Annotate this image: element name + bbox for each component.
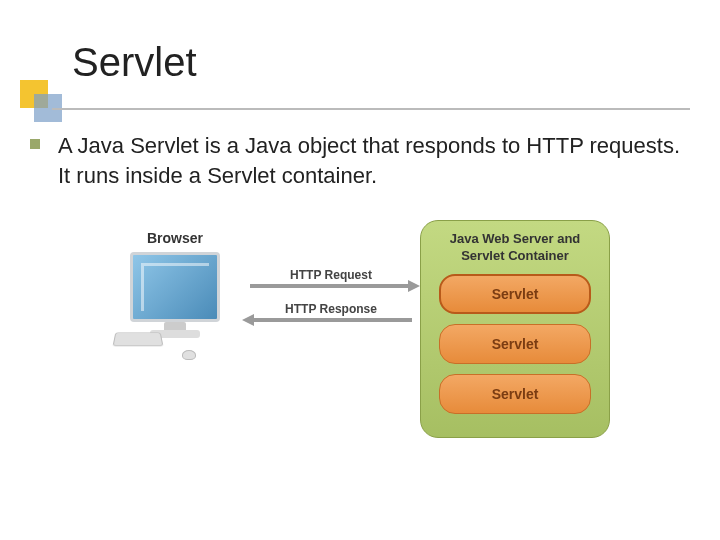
browser-block: Browser <box>110 230 240 342</box>
architecture-diagram: Browser HTTP Request HTTP Response <box>100 220 610 440</box>
arrow-right-icon <box>250 284 412 288</box>
servlet-box: Servlet <box>439 374 591 414</box>
title-underline <box>52 108 690 110</box>
http-response-label: HTTP Response <box>242 302 420 316</box>
browser-label: Browser <box>110 230 240 246</box>
mouse-icon <box>182 350 196 360</box>
arrow-left-icon <box>250 318 412 322</box>
slide-title: Servlet <box>72 40 720 91</box>
http-request-label: HTTP Request <box>242 268 420 282</box>
server-label: Java Web Server and Servlet Container <box>433 231 597 264</box>
servlet-box: Servlet <box>439 274 591 314</box>
server-container: Java Web Server and Servlet Container Se… <box>420 220 610 438</box>
bullet-square-icon <box>30 139 40 149</box>
http-arrows: HTTP Request HTTP Response <box>242 268 420 336</box>
keyboard-icon <box>113 333 164 347</box>
bullet-text: A Java Servlet is a Java object that res… <box>58 131 680 190</box>
computer-icon <box>120 252 230 342</box>
http-response-arrow: HTTP Response <box>242 302 420 322</box>
monitor-screen-icon <box>130 252 220 322</box>
servlet-box: Servlet <box>439 324 591 364</box>
http-request-arrow: HTTP Request <box>242 268 420 288</box>
bullet-row: A Java Servlet is a Java object that res… <box>30 131 680 190</box>
title-area: Servlet <box>0 0 720 91</box>
body-area: A Java Servlet is a Java object that res… <box>30 131 680 440</box>
